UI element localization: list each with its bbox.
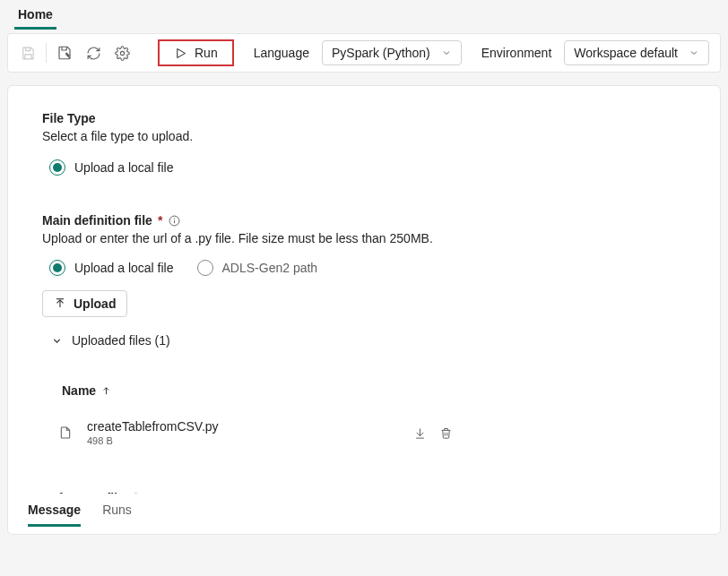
settings-icon[interactable] <box>109 40 134 65</box>
chevron-down-icon <box>441 47 452 58</box>
file-name: createTablefromCSV.py <box>87 419 219 434</box>
info-icon[interactable] <box>168 214 180 227</box>
svg-point-4 <box>174 218 175 219</box>
tab-runs[interactable]: Runs <box>102 503 132 527</box>
column-header-name[interactable]: Name <box>62 383 686 398</box>
run-button-label: Run <box>195 46 218 60</box>
main-def-radio-adls[interactable] <box>197 260 213 276</box>
output-tabs: Message Runs <box>28 494 700 534</box>
delete-file-button[interactable] <box>439 426 453 440</box>
uploaded-file-row: createTablefromCSV.py 498 B <box>58 416 686 450</box>
job-config-panel: File Type Select a file type to upload. … <box>7 85 721 535</box>
chevron-down-icon <box>689 47 699 58</box>
run-button[interactable]: Run <box>158 39 234 66</box>
main-def-subtitle: Upload or enter the url of a .py file. F… <box>42 231 686 245</box>
file-icon <box>58 426 74 440</box>
uploaded-files-expander[interactable]: Uploaded files (1) <box>51 333 686 348</box>
save-icon <box>15 40 40 65</box>
toolbar: Run Language PySpark (Python) Environmen… <box>7 33 721 73</box>
column-header-name-label: Name <box>62 383 96 398</box>
file-type-title: File Type <box>42 111 686 125</box>
upload-button[interactable]: Upload <box>42 290 127 317</box>
main-def-radio-adls-label: ADLS-Gen2 path <box>222 261 318 275</box>
environment-value: Workspace default <box>574 46 678 60</box>
required-asterisk: * <box>158 213 162 228</box>
download-file-button[interactable] <box>413 426 427 440</box>
main-def-radio-local[interactable] <box>49 260 65 276</box>
play-icon <box>174 47 187 60</box>
language-label: Language <box>254 46 309 60</box>
environment-dropdown[interactable]: Workspace default <box>564 40 709 65</box>
main-def-radio-local-label: Upload a local file <box>74 261 174 275</box>
sort-asc-icon <box>101 386 111 396</box>
svg-point-0 <box>120 51 124 55</box>
file-type-radio-local[interactable] <box>49 159 65 176</box>
file-size: 498 B <box>87 435 219 446</box>
separator <box>46 43 47 63</box>
main-def-title: Main definition file <box>42 213 152 228</box>
upload-button-label: Upload <box>74 297 116 311</box>
file-type-radio-local-label: Upload a local file <box>74 160 174 175</box>
save-as-icon[interactable] <box>52 40 77 65</box>
tab-message[interactable]: Message <box>28 503 81 527</box>
language-dropdown[interactable]: PySpark (Python) <box>322 40 462 65</box>
chevron-down-icon <box>51 335 63 347</box>
environment-label: Environment <box>481 46 552 60</box>
svg-marker-1 <box>178 48 186 57</box>
tab-home[interactable]: Home <box>14 0 56 30</box>
uploaded-files-header: Uploaded files (1) <box>72 333 170 348</box>
file-type-subtitle: Select a file type to upload. <box>42 129 686 143</box>
upload-icon <box>54 297 66 310</box>
language-value: PySpark (Python) <box>332 46 430 60</box>
refresh-icon[interactable] <box>81 40 106 65</box>
